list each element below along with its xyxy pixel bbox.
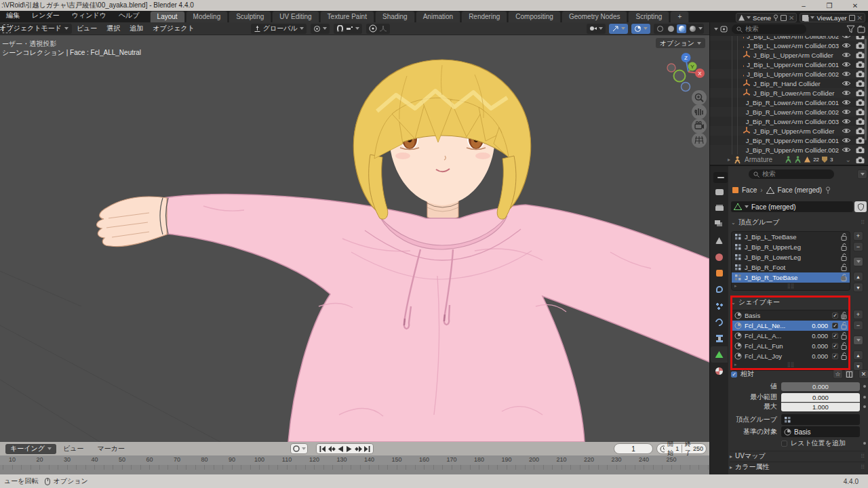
vertex-group-row[interactable]: J_Bip_R_ToeBase xyxy=(732,272,850,283)
shape-key-mute-checkbox[interactable]: ✓ xyxy=(832,343,838,349)
world-properties-tab[interactable] xyxy=(711,249,728,265)
vertex-group-row[interactable]: J_Bip_L_ToeBase xyxy=(732,232,850,242)
shape-key-mute-checkbox[interactable]: ✓ xyxy=(832,353,838,359)
vertex-groups-panel-header[interactable]: ⌄ 頂点グループ ⠿ xyxy=(731,218,865,227)
disable-render-icon[interactable] xyxy=(856,89,865,96)
workspace-tab[interactable]: Rendering xyxy=(461,11,507,22)
list-resize-handle[interactable]: ▸⣿⣿ xyxy=(732,283,850,289)
timeline-ruler[interactable]: 10 20 30 40 50 60 70 80 90 100 110 120 1… xyxy=(0,455,709,465)
list-resize-handle[interactable]: ▸⣿⣿ xyxy=(732,361,850,367)
shape-key-value[interactable]: 0.000 xyxy=(805,332,828,340)
workspace-tab[interactable]: Animation xyxy=(416,11,460,22)
jump-to-start-button[interactable] xyxy=(319,445,327,453)
workspace-tab[interactable]: Sculpting xyxy=(229,11,271,22)
close-icon[interactable]: ✕ xyxy=(859,369,868,379)
filter-icon[interactable] xyxy=(846,25,855,33)
hide-viewport-icon[interactable] xyxy=(842,137,851,144)
hide-viewport-icon[interactable] xyxy=(842,70,851,77)
topbar-menu[interactable]: ウィンドウ xyxy=(66,9,113,22)
shading-material-button[interactable] xyxy=(677,24,686,33)
disable-render-icon[interactable] xyxy=(856,118,865,125)
disable-render-icon[interactable] xyxy=(856,80,865,87)
visibility-dropdown[interactable] xyxy=(587,24,606,34)
move-shape-key-up-button[interactable]: ▲ xyxy=(853,350,863,360)
lock-open-icon[interactable] xyxy=(841,322,847,329)
breadcrumb-object[interactable]: Face xyxy=(742,186,757,194)
animate-dot[interactable] xyxy=(863,396,866,399)
view-layer-properties-tab[interactable] xyxy=(711,216,728,232)
color-attributes-panel-header[interactable]: ▸ カラー属性 ⠿ xyxy=(730,462,865,472)
disable-render-icon[interactable] xyxy=(856,127,865,134)
hide-viewport-icon[interactable] xyxy=(842,42,851,49)
timeline-view-menu[interactable]: ビュー xyxy=(56,444,90,453)
hide-viewport-icon[interactable] xyxy=(842,89,851,96)
viewport-menu[interactable]: 選択 xyxy=(102,24,125,33)
scene-selector[interactable]: Scene ✕ xyxy=(736,13,797,22)
animate-dot[interactable] xyxy=(863,405,866,408)
outliner-item[interactable]: J_Bip_R_UpperArm Collider xyxy=(710,126,868,136)
jump-to-end-button[interactable] xyxy=(363,445,371,453)
display-mode-icon[interactable] xyxy=(714,28,718,30)
next-keyframe-button[interactable] xyxy=(354,445,362,453)
outliner-search-input[interactable]: 検索 xyxy=(732,24,806,34)
move-vertex-group-up-button[interactable]: ▲ xyxy=(853,272,863,281)
vertex-group-row[interactable]: J_Bip_R_UpperLeg xyxy=(732,242,850,252)
shape-key-value[interactable]: 0.000 xyxy=(805,352,828,360)
topbar-menu[interactable]: レンダー xyxy=(26,9,66,22)
range-min-field[interactable]: 0.000 xyxy=(781,393,860,402)
relative-checkbox[interactable]: ✓ xyxy=(731,371,737,378)
list-scrollbar-thumb[interactable] xyxy=(841,314,846,319)
modifiers-properties-tab[interactable] xyxy=(711,281,728,298)
relative-to-field[interactable]: Basis xyxy=(781,426,860,437)
mesh-name-field[interactable]: Face (merged) xyxy=(731,201,853,212)
layout-icon[interactable] xyxy=(844,369,854,379)
lock-open-icon[interactable] xyxy=(841,332,847,340)
fake-user-button[interactable] xyxy=(854,201,867,212)
shape-key-row[interactable]: Fcl_ALL_Joy 0.000 ✓ xyxy=(732,351,850,361)
workspace-tab[interactable]: UV Editing xyxy=(272,11,319,22)
outliner-item[interactable]: J_Bip_L_UpperArm Collider.002 xyxy=(710,69,868,79)
orientation-dropdown[interactable]: グローバル xyxy=(251,24,307,34)
pan-button[interactable] xyxy=(692,104,707,119)
shape-key-value-slider[interactable]: 0.000 xyxy=(781,382,860,391)
play-reverse-button[interactable] xyxy=(336,445,344,453)
properties-options-dropdown[interactable] xyxy=(857,169,867,179)
star-icon[interactable]: ☆ xyxy=(833,369,843,379)
close-button[interactable]: ✕ xyxy=(842,0,868,11)
workspace-tab[interactable]: Texture Paint xyxy=(320,11,374,22)
animate-dot[interactable] xyxy=(863,385,866,388)
outliner-item[interactable]: J_Bip_R_LowerArm Collider xyxy=(710,88,868,98)
remove-shape-key-button[interactable]: − xyxy=(853,321,863,330)
outliner-item[interactable]: J_Bip_L_UpperArm Collider.001 xyxy=(710,60,868,69)
unlink-scene-icon[interactable]: ✕ xyxy=(789,14,794,22)
timeline-marker-menu[interactable]: マーカー xyxy=(90,444,131,453)
lock-open-icon[interactable] xyxy=(841,264,847,271)
list-scrollbar-thumb[interactable] xyxy=(841,276,846,281)
zoom-button[interactable] xyxy=(692,90,707,105)
constraints-properties-tab[interactable] xyxy=(711,330,728,346)
viewport-menu[interactable]: 追加 xyxy=(125,24,148,33)
gizmo-axis-neg-x[interactable] xyxy=(667,64,675,72)
disable-render-icon[interactable] xyxy=(856,157,865,163)
lock-open-icon[interactable] xyxy=(841,243,847,251)
pin-icon[interactable] xyxy=(825,186,831,194)
blend-vertex-group-field[interactable] xyxy=(781,414,860,425)
new-scene-icon[interactable] xyxy=(781,15,787,21)
shape-key-mute-checkbox[interactable]: ✓ xyxy=(832,333,838,339)
panel-grip[interactable]: ⠿ xyxy=(861,220,865,226)
topbar-menu[interactable]: ヘルプ xyxy=(113,9,146,22)
lock-open-icon[interactable] xyxy=(841,253,847,261)
move-vertex-group-down-button[interactable]: ▼ xyxy=(853,283,863,292)
hide-viewport-icon[interactable] xyxy=(842,108,851,115)
outliner-item[interactable]: J_Bip_R_UpperArm Collider.002 xyxy=(710,145,868,155)
vertex-group-row[interactable]: J_Bip_R_Foot xyxy=(732,262,850,272)
workspace-tab[interactable]: Modeling xyxy=(186,11,229,22)
physics-properties-tab[interactable] xyxy=(711,314,728,330)
scene-properties-tab[interactable] xyxy=(711,232,728,249)
pivot-dropdown[interactable] xyxy=(311,24,330,34)
outliner-item[interactable]: J_Bip_L_LowerArm Collider.003 xyxy=(710,41,868,50)
animate-dot[interactable] xyxy=(863,442,866,445)
shape-key-specials-button[interactable] xyxy=(853,336,863,345)
pin-icon[interactable] xyxy=(773,14,778,21)
disable-render-icon[interactable] xyxy=(856,52,865,58)
